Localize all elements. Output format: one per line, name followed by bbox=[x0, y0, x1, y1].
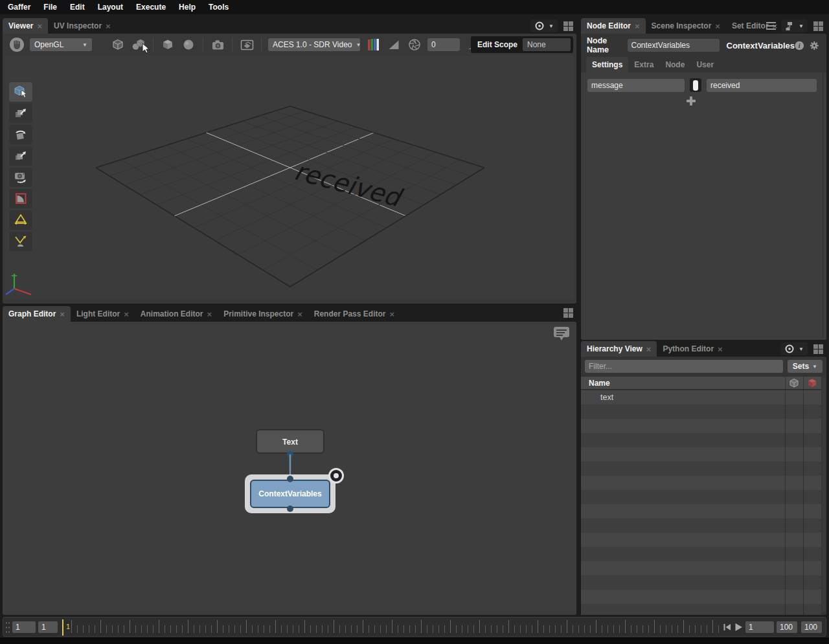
focus-ring[interactable] bbox=[328, 468, 344, 483]
info-icon[interactable]: i bbox=[795, 39, 804, 52]
variable-value-input[interactable] bbox=[707, 79, 817, 92]
subtab-extra[interactable]: Extra bbox=[628, 57, 659, 72]
subtab-settings[interactable]: Settings bbox=[586, 57, 628, 72]
tab-primitive-inspector[interactable]: Primitive Inspector × bbox=[218, 306, 308, 322]
exposure-input[interactable] bbox=[427, 38, 460, 51]
play-button[interactable] bbox=[734, 622, 743, 632]
close-icon[interactable]: × bbox=[106, 22, 111, 30]
translate-tool-button[interactable] bbox=[9, 104, 32, 123]
light-tool-button[interactable] bbox=[9, 210, 32, 230]
drawing-mode-button[interactable] bbox=[110, 37, 126, 52]
sets-menu-button[interactable]: Sets ▼ bbox=[788, 360, 823, 373]
close-icon[interactable]: × bbox=[60, 310, 65, 318]
annotation-icon[interactable] bbox=[552, 326, 571, 342]
layout-grid-icon[interactable] bbox=[813, 344, 824, 355]
timeline-current-frame-input[interactable] bbox=[38, 621, 58, 633]
viewport-3d[interactable]: received bbox=[5, 56, 574, 299]
layout-grid-icon[interactable] bbox=[563, 21, 574, 32]
layout-grid-icon[interactable] bbox=[813, 21, 824, 32]
menu-layout[interactable]: Layout bbox=[98, 3, 123, 12]
node-set-menu-button[interactable]: ▼ bbox=[781, 19, 808, 32]
timeline-ruler-major-ticks[interactable] bbox=[71, 620, 720, 633]
tab-render-pass-editor[interactable]: Render Pass Editor × bbox=[308, 306, 400, 322]
look-through-camera-button[interactable] bbox=[210, 37, 225, 52]
tab-uv-inspector[interactable]: UV Inspector × bbox=[48, 18, 117, 34]
timeline-range-end-input[interactable] bbox=[801, 621, 822, 633]
column-separator bbox=[785, 390, 786, 615]
rotate-tool-icon bbox=[14, 128, 28, 142]
timeline-frame-input[interactable] bbox=[745, 621, 774, 633]
scrollbar-gutter[interactable] bbox=[822, 377, 826, 613]
viewer-follow-focus-button[interactable]: ▼ bbox=[530, 19, 558, 32]
tab-hierarchy-view[interactable]: Hierarchy View × bbox=[581, 341, 657, 357]
tab-light-editor[interactable]: Light Editor × bbox=[71, 306, 135, 322]
channels-button[interactable] bbox=[365, 37, 381, 52]
column-header-exclusions[interactable] bbox=[803, 378, 821, 388]
list-menu-icon[interactable] bbox=[766, 22, 776, 30]
timeline-grip-handle[interactable] bbox=[5, 621, 10, 634]
tab-node-editor[interactable]: Node Editor × bbox=[581, 18, 646, 34]
tab-animation-editor[interactable]: Animation Editor × bbox=[135, 306, 218, 322]
filter-input[interactable] bbox=[585, 360, 783, 373]
close-icon[interactable]: × bbox=[718, 345, 723, 353]
node-name-input[interactable] bbox=[628, 39, 720, 52]
variable-enabled-toggle[interactable] bbox=[690, 78, 701, 92]
menu-file[interactable]: File bbox=[43, 3, 57, 12]
layout-grid-icon[interactable] bbox=[563, 307, 574, 318]
exposure-triangle-icon bbox=[388, 39, 400, 50]
camera-mode-button[interactable] bbox=[9, 37, 25, 52]
tab-scene-inspector-label: Scene Inspector bbox=[652, 21, 712, 30]
close-icon[interactable]: × bbox=[715, 22, 720, 30]
menu-tools[interactable]: Tools bbox=[209, 3, 229, 12]
node-contextvariables-output-plug[interactable] bbox=[287, 505, 293, 512]
close-icon[interactable]: × bbox=[646, 345, 652, 353]
node-text[interactable]: Text bbox=[256, 430, 324, 453]
edit-scope-select[interactable]: None bbox=[523, 38, 571, 51]
column-header-name[interactable]: Name bbox=[581, 379, 785, 388]
timeline-end-input[interactable] bbox=[777, 621, 797, 633]
shading-mode-button[interactable] bbox=[160, 37, 176, 52]
close-icon[interactable]: × bbox=[207, 310, 212, 318]
aperture-button[interactable] bbox=[407, 37, 422, 52]
timeline-start-input[interactable] bbox=[12, 621, 36, 633]
graph-editor-canvas[interactable]: Text ContextVariables bbox=[3, 322, 576, 615]
subtab-settings-label: Settings bbox=[592, 60, 622, 69]
display-transform-select[interactable]: ACES 1.0 - SDR Video ▼ bbox=[268, 38, 360, 51]
exposure-button[interactable] bbox=[386, 37, 402, 52]
rotate-tool-button[interactable] bbox=[9, 125, 32, 144]
gear-icon[interactable] bbox=[810, 39, 819, 52]
add-variable-button[interactable] bbox=[686, 96, 696, 106]
close-icon[interactable]: × bbox=[635, 22, 640, 30]
tab-python-editor[interactable]: Python Editor × bbox=[657, 341, 728, 357]
menu-execute[interactable]: Execute bbox=[136, 3, 166, 12]
scene-view-settings-button[interactable] bbox=[239, 37, 255, 52]
close-icon[interactable]: × bbox=[297, 310, 302, 318]
subtab-node[interactable]: Node bbox=[659, 57, 690, 72]
subtab-user[interactable]: User bbox=[690, 57, 720, 72]
column-header-inclusions[interactable] bbox=[785, 378, 803, 388]
renderer-select[interactable]: OpenGL ▼ bbox=[30, 38, 92, 51]
menu-edit[interactable]: Edit bbox=[70, 3, 85, 12]
playhead[interactable] bbox=[62, 619, 63, 636]
scrollbar-gutter[interactable] bbox=[823, 72, 823, 338]
variable-name-input[interactable] bbox=[587, 79, 685, 92]
skip-to-start-button[interactable] bbox=[722, 622, 731, 632]
scale-tool-button[interactable] bbox=[9, 146, 32, 166]
close-icon[interactable]: × bbox=[37, 22, 42, 30]
hierarchy-row-text[interactable]: text bbox=[600, 390, 613, 405]
hierarchy-tabbar: Hierarchy View × Python Editor × ▼ bbox=[581, 341, 826, 357]
menu-gaffer[interactable]: Gaffer bbox=[8, 3, 30, 12]
close-icon[interactable]: × bbox=[124, 310, 129, 318]
crop-window-tool-button[interactable] bbox=[9, 189, 32, 208]
light-position-tool-button[interactable] bbox=[9, 232, 32, 251]
select-tool-button[interactable] bbox=[9, 82, 32, 102]
hierarchy-follow-focus-button[interactable]: ▼ bbox=[780, 342, 808, 355]
menu-help[interactable]: Help bbox=[179, 3, 196, 12]
tab-graph-editor[interactable]: Graph Editor × bbox=[3, 306, 71, 322]
tab-viewer[interactable]: Viewer × bbox=[3, 18, 48, 34]
node-contextvariables-input-plug[interactable] bbox=[287, 476, 293, 482]
lighting-mode-button[interactable] bbox=[181, 37, 196, 52]
camera-tool-button[interactable] bbox=[9, 168, 32, 187]
close-icon[interactable]: × bbox=[389, 310, 394, 318]
tab-scene-inspector[interactable]: Scene Inspector × bbox=[646, 18, 726, 34]
